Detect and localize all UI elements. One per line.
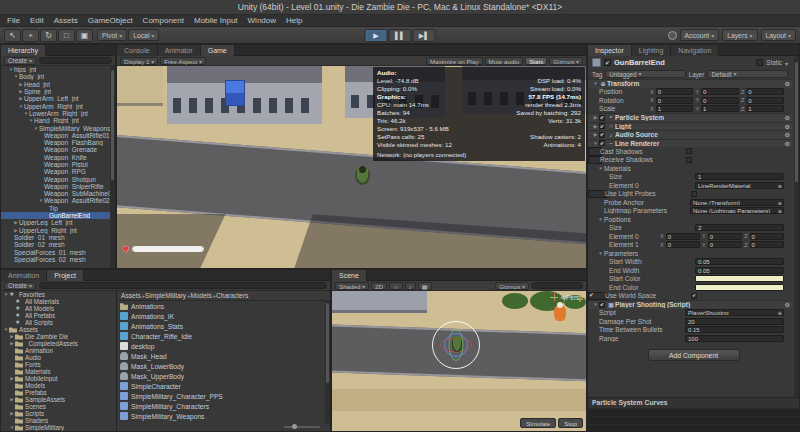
hierarchy-item[interactable]: Weapon_SniperRifle <box>1 183 115 190</box>
property-value-field[interactable]: 0.05 <box>695 258 784 265</box>
hierarchy-item[interactable]: Weapon_AssultRifle01 <box>1 132 115 139</box>
z-field[interactable]: 0 <box>750 233 784 240</box>
tool-button-icon[interactable]: + <box>22 29 39 42</box>
account-dropdown[interactable]: Account <box>680 29 720 41</box>
hierarchy-item[interactable]: ▼ SimpleMilitary_Weapons <box>1 124 115 131</box>
hierarchy-item[interactable]: ▶ UpperLeg_Right_jnt <box>1 227 115 234</box>
game-viewport[interactable]: Audio: Level: -74.8 dBDSP load: 0.4%Clip… <box>117 66 586 268</box>
inspector-row[interactable]: ▼ ▣ Player Shooting (Script) X Y Z <box>588 300 792 309</box>
inspector-row[interactable]: End Width 0.05 X Y Z <box>588 266 792 275</box>
hierarchy-item[interactable]: ▶ UpperArm_Left_jnt <box>1 95 115 102</box>
asset-item[interactable]: Animations <box>117 301 325 311</box>
add-component-button[interactable]: Add Component <box>648 349 740 361</box>
project-area-tab[interactable]: Animation <box>1 270 47 281</box>
project-folder[interactable]: ▶ Scripts <box>1 410 116 417</box>
hierarchy-item[interactable]: ▼ Body_jnt <box>1 73 115 80</box>
project-folder[interactable]: ▼ Assets <box>1 326 116 333</box>
axis-gizmo-icon[interactable] <box>550 293 558 301</box>
project-area-tab[interactable]: Project <box>47 270 84 281</box>
maximize-on-play-button[interactable]: Maximize on Play <box>426 57 483 65</box>
asset-item[interactable]: Animations_Stats <box>117 321 325 331</box>
menu-item[interactable]: Help <box>281 15 307 27</box>
z-field[interactable]: 0 <box>746 88 784 95</box>
scrollbar-thumb[interactable] <box>795 62 798 182</box>
hierarchy-item[interactable]: Weapon_Pistol <box>1 161 115 168</box>
asset-item[interactable]: SimpleMilitary_Characters <box>117 401 325 411</box>
inspector-row[interactable]: ▶ * Particle System X Y Z <box>588 113 792 122</box>
inspector-row[interactable]: Position X0 Y0 Z0 <box>588 88 792 97</box>
menu-item[interactable]: Window <box>243 15 281 27</box>
menu-item[interactable]: GameObject <box>83 15 138 27</box>
inspector-row[interactable]: ▶ ☼ Light X Y Z <box>588 122 792 131</box>
x-field[interactable]: 0 <box>666 233 700 240</box>
expand-arrow-icon[interactable]: ▶ <box>9 341 15 346</box>
inspector-row[interactable]: Element 0 X0 Y0 Z0 <box>588 232 792 241</box>
project-folder[interactable]: ▼ SimpleMilitary <box>1 424 116 431</box>
color-swatch[interactable] <box>695 275 784 282</box>
inspector-row[interactable]: Probe Anchor None (Transform) X Y Z <box>588 198 792 207</box>
gear-icon[interactable] <box>785 80 790 87</box>
z-field[interactable]: 0 <box>750 241 784 248</box>
x-field[interactable]: 1 <box>656 105 694 112</box>
hierarchy-item[interactable]: GunBarrelEnd <box>1 212 115 219</box>
property-value-field[interactable]: 0.15 <box>685 326 784 333</box>
gear-icon[interactable] <box>785 301 790 308</box>
project-folder[interactable]: ▶ MobileInput <box>1 375 116 382</box>
menu-item[interactable]: Mobile Input <box>189 15 243 27</box>
static-checkbox[interactable] <box>756 59 763 66</box>
inspector-row[interactable]: Cast Shadows X Y Z <box>588 147 602 156</box>
project-folder[interactable]: Scenes <box>1 403 116 410</box>
project-folder[interactable]: Shaders <box>1 417 116 424</box>
enable-checkbox[interactable] <box>599 115 605 121</box>
property-value-field[interactable]: PlayerShooting <box>685 309 784 316</box>
hierarchy-item[interactable]: ▶ UpperLeg_Left_jnt <box>1 219 115 226</box>
asset-item[interactable]: Mask_UpperBody <box>117 371 325 381</box>
inspector-row[interactable]: Range 100 X Y Z <box>588 334 792 343</box>
tool-button-icon[interactable]: ▣ <box>76 29 93 42</box>
collab-cloud-icon[interactable] <box>668 31 677 40</box>
inspector-row[interactable]: End Color X Y Z <box>588 283 792 292</box>
project-folder[interactable]: ▶ _CompletedAssets <box>1 340 116 347</box>
property-value-field[interactable]: 0.05 <box>695 267 784 274</box>
hierarchy-item[interactable]: Weapon_Shotgun <box>1 175 115 182</box>
tool-button-icon[interactable]: ↖ <box>4 29 21 42</box>
inspector-tab[interactable]: Lighting <box>632 45 672 56</box>
project-folder[interactable]: ▼ Favorites <box>1 291 116 298</box>
color-swatch[interactable] <box>695 284 784 291</box>
hierarchy-item[interactable]: Weapon_SubMachineGun <box>1 190 115 197</box>
enable-checkbox[interactable] <box>691 293 697 299</box>
fold-arrow-icon[interactable]: ▼ <box>597 251 604 256</box>
inspector-row[interactable]: Script PlayerShooting X Y Z <box>588 309 792 318</box>
game-area-tab[interactable]: Animator <box>158 45 201 56</box>
fold-arrow-icon[interactable]: ▼ <box>597 166 604 171</box>
property-value-field[interactable]: 100 <box>685 335 784 342</box>
enable-checkbox[interactable] <box>599 132 605 138</box>
property-value-field[interactable]: None (Transform) <box>690 199 784 206</box>
scene-gizmos-dropdown[interactable]: Gizmos <box>495 282 529 290</box>
inspector-row[interactable]: Element 1 X0 Y0 Z0 <box>588 241 792 250</box>
fold-arrow-icon[interactable]: ▶ <box>592 124 599 129</box>
tool-button-icon[interactable]: □ <box>58 29 75 42</box>
inspector-row[interactable]: Start Width 0.05 X Y Z <box>588 258 792 267</box>
menu-item[interactable]: File <box>2 15 25 27</box>
menu-item[interactable]: Edit <box>25 15 49 27</box>
property-value-field[interactable]: 2 <box>695 224 784 231</box>
play-button[interactable]: ▶ <box>365 29 388 42</box>
inspector-row[interactable]: Use Light Probes X Y Z <box>588 190 607 199</box>
inspector-tab[interactable]: Inspector <box>588 45 632 56</box>
property-value-field[interactable]: 1 <box>695 173 784 180</box>
game-area-tab[interactable]: Game <box>201 45 235 56</box>
expand-arrow-icon[interactable]: ▶ <box>9 376 15 381</box>
inspector-row[interactable]: Rotation X0 Y0 Z0 <box>588 96 792 105</box>
asset-item[interactable]: Mask_LowerBody <box>117 361 325 371</box>
gear-icon[interactable] <box>785 123 790 130</box>
tool-button-icon[interactable]: ↻ <box>40 29 57 42</box>
inspector-row[interactable]: Lightmap Parameters None (Lightmap Param… <box>588 207 792 216</box>
hierarchy-search-input[interactable] <box>39 57 112 64</box>
fold-arrow-icon[interactable]: ▶ <box>592 115 599 120</box>
inspector-row[interactable]: Damage Per Shot 20 X Y Z <box>588 317 792 326</box>
inspector-row[interactable]: Use World Space X Y Z <box>588 292 607 301</box>
hierarchy-item[interactable]: ▶ Spine_jnt <box>1 88 115 95</box>
x-field[interactable]: 0 <box>656 88 694 95</box>
game-area-tab[interactable]: Console <box>117 45 158 56</box>
